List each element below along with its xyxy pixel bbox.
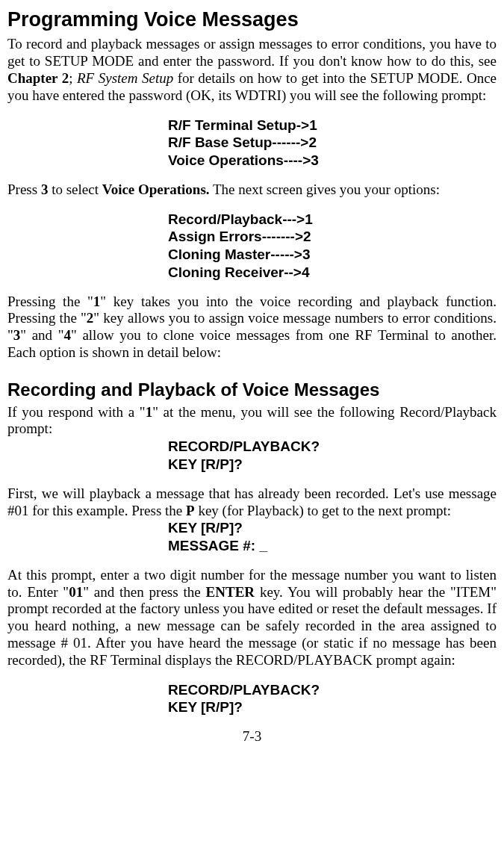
text-bold: 1 [93,294,101,309]
text-run: The next screen gives you your options: [210,182,440,197]
text-bold: 1 [146,404,153,420]
respond-1-paragraph: If you respond with a "1" at the menu, y… [7,404,497,438]
heading-recording-playback: Recording and Playback of Voice Messages [7,379,497,401]
text-bold: 3 [41,182,49,197]
text-run: " and then press the [83,584,205,600]
enter-01-paragraph: At this prompt, enter a two digit number… [7,567,497,669]
playback-example-paragraph: First, we will playback a message that h… [7,486,497,520]
menu-voice-operations: Record/Playback--->1 Assign Errors------… [7,211,497,282]
press-3-paragraph: Press 3 to select Voice Operations. The … [7,182,497,199]
prompt-key-message: KEY [R/P]? MESSAGE #: _ [7,519,497,555]
text-bold: P [186,503,195,518]
text-italic: RF System Setup [77,70,173,86]
prompt-record-playback-2: RECORD/PLAYBACK? KEY [R/P]? [7,681,497,717]
text-bold: 3 [13,327,21,343]
text-bold: 2 [87,310,94,326]
text-bold: Voice Operations. [102,182,210,197]
text-bold: Chapter 2 [7,70,69,86]
text-run: key (for Playback) to get to the next pr… [195,503,452,518]
intro-paragraph: To record and playback messages or assig… [7,36,497,104]
heading-programming-voice-messages: Programming Voice Messages [7,7,497,31]
prompt-record-playback-1: RECORD/PLAYBACK? KEY [R/P]? [7,438,497,474]
text-bold: 4 [64,327,72,343]
text-run: Pressing the " [7,294,93,309]
text-bold: 01 [69,584,83,600]
document-page: Programming Voice Messages To record and… [0,0,504,850]
text-run: ; [69,70,77,86]
page-number: 7-3 [7,728,497,745]
text-run: To record and playback messages or assig… [7,36,497,69]
text-run: to select [48,182,102,197]
text-run: " allow you to clone voice messages from… [7,327,497,360]
text-run: Press [7,182,41,197]
text-run: If you respond with a " [7,404,146,420]
key-press-description-paragraph: Pressing the "1" key takes you into the … [7,294,497,362]
menu-rf-setup: R/F Terminal Setup->1 R/F Base Setup----… [7,117,497,170]
text-run: " and " [20,327,63,343]
text-bold: ENTER [206,584,255,600]
